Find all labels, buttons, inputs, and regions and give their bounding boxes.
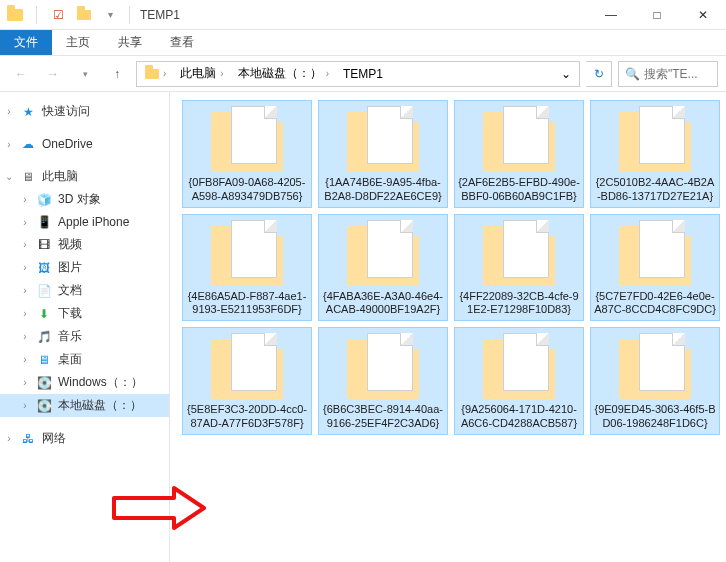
refresh-button[interactable]: ↻: [586, 61, 612, 87]
folder-item[interactable]: {5C7E7FD0-42E6-4e0e-A87C-8CCD4C8FC9DC}: [590, 214, 720, 322]
breadcrumb[interactable]: › 此电脑› 本地磁盘（：）› TEMP1 ⌄: [136, 61, 580, 87]
search-icon: 🔍: [625, 67, 640, 81]
properties-icon[interactable]: ☑: [49, 4, 67, 26]
chevron-right-icon[interactable]: ›: [4, 433, 14, 444]
chevron-right-icon[interactable]: ›: [20, 285, 30, 296]
minimize-button[interactable]: —: [588, 0, 634, 30]
folder-item[interactable]: {2AF6E2B5-EFBD-490e-BBF0-06B60AB9C1FB}: [454, 100, 584, 208]
cloud-icon: ☁: [20, 136, 36, 152]
tree-item-icon: 🧊: [36, 192, 52, 208]
sidebar-item-child[interactable]: ›💽Windows（：）: [0, 371, 169, 394]
folder-thumbnail-icon: [619, 106, 691, 172]
folder-item[interactable]: {4FF22089-32CB-4cfe-91E2-E71298F10D83}: [454, 214, 584, 322]
forward-button[interactable]: →: [40, 61, 66, 87]
folder-thumbnail-icon: [211, 106, 283, 172]
new-folder-icon[interactable]: [75, 4, 93, 26]
sidebar-item-onedrive[interactable]: › ☁ OneDrive: [0, 133, 169, 155]
chevron-right-icon[interactable]: ›: [20, 308, 30, 319]
qat-dropdown-icon[interactable]: ▾: [101, 4, 119, 26]
items-grid: {0FB8FA09-0A68-4205-A598-A893479DB756}{1…: [170, 92, 726, 443]
folder-item[interactable]: {1AA74B6E-9A95-4fba-B2A8-D8DF22AE6CE9}: [318, 100, 448, 208]
sidebar-item-child[interactable]: ›📄文档: [0, 279, 169, 302]
file-tab[interactable]: 文件: [0, 30, 52, 55]
folder-label: {2C5010B2-4AAC-4B2A-BD86-13717D27E21A}: [594, 176, 716, 204]
folder-label: {4FF22089-32CB-4cfe-91E2-E71298F10D83}: [458, 290, 580, 318]
tab-home[interactable]: 主页: [52, 30, 104, 55]
sidebar-item-label: 此电脑: [42, 168, 78, 185]
breadcrumb-item[interactable]: TEMP1: [337, 62, 389, 86]
chevron-down-icon[interactable]: ⌄: [4, 171, 14, 182]
folder-label: {9A256064-171D-4210-A6C6-CD4288ACB587}: [458, 403, 580, 431]
folder-label: {5C7E7FD0-42E6-4e0e-A87C-8CCD4C8FC9DC}: [594, 290, 716, 318]
sidebar-item-label: Apple iPhone: [58, 215, 129, 229]
folder-label: {9E09ED45-3063-46f5-BD06-1986248F1D6C}: [594, 403, 716, 431]
sidebar-item-label: 桌面: [58, 351, 82, 368]
chevron-right-icon[interactable]: ›: [20, 194, 30, 205]
tree-item-icon: 🖼: [36, 260, 52, 276]
sidebar-item-child[interactable]: ›📱Apple iPhone: [0, 211, 169, 233]
tab-view[interactable]: 查看: [156, 30, 208, 55]
maximize-button[interactable]: □: [634, 0, 680, 30]
sidebar-item-label: 本地磁盘（：）: [58, 397, 142, 414]
folder-label: {4FABA36E-A3A0-46e4-ACAB-49000BF19A2F}: [322, 290, 444, 318]
search-input[interactable]: [644, 67, 704, 81]
folder-item[interactable]: {5E8EF3C3-20DD-4cc0-87AD-A77F6D3F578F}: [182, 327, 312, 435]
back-button[interactable]: ←: [8, 61, 34, 87]
folder-label: {6B6C3BEC-8914-40aa-9166-25EF4F2C3AD6}: [322, 403, 444, 431]
sidebar-item-this-pc[interactable]: ⌄ 🖥 此电脑: [0, 165, 169, 188]
chevron-right-icon[interactable]: ›: [20, 239, 30, 250]
chevron-right-icon[interactable]: ›: [4, 106, 14, 117]
sidebar-item-label: 音乐: [58, 328, 82, 345]
chevron-right-icon[interactable]: ›: [20, 354, 30, 365]
sidebar-item-label: 图片: [58, 259, 82, 276]
separator: [36, 6, 37, 24]
sidebar-item-child[interactable]: ›🖥桌面: [0, 348, 169, 371]
chevron-right-icon[interactable]: ›: [20, 400, 30, 411]
sidebar-item-child[interactable]: ›🧊3D 对象: [0, 188, 169, 211]
tree-item-icon: 🎞: [36, 237, 52, 253]
folder-thumbnail-icon: [211, 220, 283, 286]
chevron-right-icon[interactable]: ›: [20, 377, 30, 388]
close-button[interactable]: ✕: [680, 0, 726, 30]
folder-thumbnail-icon: [619, 220, 691, 286]
chevron-right-icon[interactable]: ›: [20, 217, 30, 228]
chevron-right-icon[interactable]: ›: [4, 139, 14, 150]
tree-item-icon: 🖥: [36, 352, 52, 368]
content-pane[interactable]: {0FB8FA09-0A68-4205-A598-A893479DB756}{1…: [170, 92, 726, 562]
folder-item[interactable]: {0FB8FA09-0A68-4205-A598-A893479DB756}: [182, 100, 312, 208]
recent-dropdown[interactable]: ▾: [72, 61, 98, 87]
window-controls: — □ ✕: [588, 0, 726, 30]
up-button[interactable]: ↑: [104, 61, 130, 87]
tree-item-icon: 🎵: [36, 329, 52, 345]
breadcrumb-dropdown[interactable]: ⌄: [555, 62, 577, 86]
sidebar-item-child[interactable]: ›🖼图片: [0, 256, 169, 279]
folder-item[interactable]: {6B6C3BEC-8914-40aa-9166-25EF4F2C3AD6}: [318, 327, 448, 435]
folder-item[interactable]: {9A256064-171D-4210-A6C6-CD4288ACB587}: [454, 327, 584, 435]
sidebar-item-label: 下载: [58, 305, 82, 322]
tree-item-icon: 📱: [36, 214, 52, 230]
folder-item[interactable]: {4E86A5AD-F887-4ae1-9193-E5211953F6DF}: [182, 214, 312, 322]
folder-item[interactable]: {9E09ED45-3063-46f5-BD06-1986248F1D6C}: [590, 327, 720, 435]
titlebar: ☑ ▾ TEMP1 — □ ✕: [0, 0, 726, 30]
sidebar-item-quick-access[interactable]: › ★ 快速访问: [0, 100, 169, 123]
navigation-pane: › ★ 快速访问 › ☁ OneDrive ⌄ 🖥 此电脑 ›🧊3D 对象›📱A…: [0, 92, 170, 562]
search-box[interactable]: 🔍: [618, 61, 718, 87]
sidebar-item-network[interactable]: › 🖧 网络: [0, 427, 169, 450]
sidebar-item-child[interactable]: ›🎵音乐: [0, 325, 169, 348]
sidebar-item-child[interactable]: ›🎞视频: [0, 233, 169, 256]
breadcrumb-root-icon[interactable]: ›: [139, 62, 172, 86]
folder-label: {1AA74B6E-9A95-4fba-B2A8-D8DF22AE6CE9}: [322, 176, 444, 204]
folder-item[interactable]: {4FABA36E-A3A0-46e4-ACAB-49000BF19A2F}: [318, 214, 448, 322]
breadcrumb-item[interactable]: 本地磁盘（：）›: [232, 62, 335, 86]
tree-item-icon: 💽: [36, 375, 52, 391]
chevron-right-icon[interactable]: ›: [20, 262, 30, 273]
sidebar-item-child[interactable]: ›⬇下载: [0, 302, 169, 325]
chevron-right-icon[interactable]: ›: [20, 331, 30, 342]
tree-item-icon: ⬇: [36, 306, 52, 322]
tab-share[interactable]: 共享: [104, 30, 156, 55]
breadcrumb-item[interactable]: 此电脑›: [174, 62, 229, 86]
sidebar-item-label: 文档: [58, 282, 82, 299]
folder-item[interactable]: {2C5010B2-4AAC-4B2A-BD86-13717D27E21A}: [590, 100, 720, 208]
sidebar-item-label: 3D 对象: [58, 191, 101, 208]
sidebar-item-child[interactable]: ›💽本地磁盘（：）: [0, 394, 169, 417]
